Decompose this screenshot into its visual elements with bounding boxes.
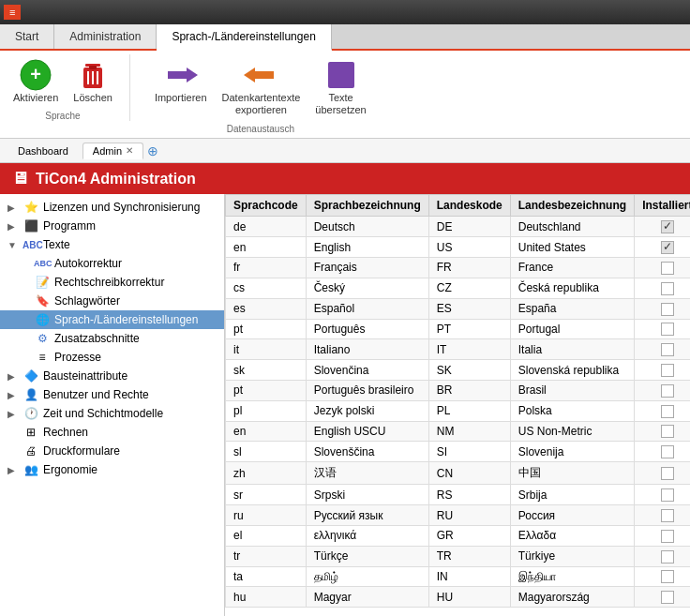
sidebar-item-schlagwoerter[interactable]: 🔖 Schlagwörter [0, 292, 224, 310]
table-row[interactable]: srSrpskiRSSrbija [226, 485, 691, 505]
sidebar-item-sprach[interactable]: 🌐 Sprach-/Ländereinstellungen [0, 310, 224, 329]
admin-close-button[interactable]: ✕ [126, 145, 133, 156]
installiert-checkbox[interactable] [661, 570, 674, 583]
sprach-label: Sprach-/Ländereinstellungen [54, 313, 198, 326]
cell-installiert[interactable] [635, 421, 690, 442]
loeschen-button[interactable]: Löschen [68, 54, 118, 107]
cell-installiert[interactable] [635, 442, 690, 462]
installiert-checkbox[interactable] [661, 488, 674, 502]
cell-installiert[interactable] [635, 462, 690, 485]
installiert-checkbox[interactable] [661, 467, 674, 480]
table-row[interactable]: enEnglishUSUnited States [226, 237, 691, 258]
cell-installiert[interactable] [635, 505, 690, 526]
table-row[interactable]: ruРусский языкRUРоссия [226, 505, 691, 526]
programm-icon: ⬛ [22, 219, 39, 233]
table-row[interactable]: ptPortuguês brasileiroBRBrasil [226, 381, 691, 401]
sidebar-item-rechtschreibkorrektur[interactable]: 📝 Rechtschreibkorrektur [0, 273, 224, 292]
table-row[interactable]: esEspañolESEspaña [226, 298, 691, 319]
aktivieren-button[interactable]: + Aktivieren [8, 54, 64, 107]
sidebar-item-zusatz[interactable]: ⚙ Zusatzabschnitte [0, 329, 224, 348]
table-row[interactable]: frFrançaisFRFrance [226, 258, 691, 278]
cell-landeskode: TR [428, 546, 510, 566]
sidebar-item-lizenzen[interactable]: ▶ ⭐ Lizenzen und Synchronisierung [0, 198, 224, 217]
installiert-checkbox[interactable] [661, 364, 674, 377]
tab-dashboard[interactable]: Dashboard [8, 143, 79, 159]
installiert-checkbox[interactable] [661, 220, 674, 233]
cell-installiert[interactable] [635, 339, 690, 360]
cell-installiert[interactable] [635, 485, 690, 505]
tab-start[interactable]: Start [0, 24, 54, 49]
sidebar-item-druckformulare[interactable]: 🖨 Druckformulare [0, 442, 224, 460]
table-row[interactable]: deDeutschDEDeutschland [226, 217, 691, 237]
cell-landesbezeichnung: Slovenija [510, 442, 634, 462]
installiert-checkbox[interactable] [661, 591, 674, 604]
table-row[interactable]: plJezyk polskiPLPolska [226, 400, 691, 421]
sidebar-item-programm[interactable]: ▶ ⬛ Programm [0, 217, 224, 235]
table-row[interactable]: skSlovenčinaSKSlovenská republika [226, 360, 691, 381]
installiert-checkbox[interactable] [661, 509, 674, 522]
installiert-checkbox[interactable] [661, 303, 674, 316]
installiert-checkbox[interactable] [661, 262, 674, 275]
baustein-icon: 🔷 [22, 369, 39, 383]
lizenzen-icon: ⭐ [22, 201, 39, 214]
cell-installiert[interactable] [635, 525, 690, 546]
cell-installiert[interactable] [635, 217, 690, 237]
table-row[interactable]: zh汉语CN中国 [226, 462, 691, 485]
table-row[interactable]: elελληνικάGRΕλλαδα [226, 525, 691, 546]
cell-installiert[interactable] [635, 546, 690, 566]
exportieren-button[interactable]: Datenkartentexteexportieren [217, 54, 307, 120]
dashboard-label: Dashboard [18, 145, 68, 157]
tab-admin[interactable]: Admin ✕ [82, 143, 143, 159]
importieren-button[interactable]: Importieren [149, 54, 213, 120]
table-row[interactable]: slSlovenščinaSISlovenija [226, 442, 691, 462]
installiert-checkbox[interactable] [661, 282, 674, 295]
cell-installiert[interactable] [635, 587, 690, 608]
installiert-checkbox[interactable] [661, 323, 674, 336]
cell-landesbezeichnung: Portugal [510, 319, 634, 339]
cell-installiert[interactable] [635, 258, 690, 278]
sidebar-item-rechnen[interactable]: ⊞ Rechnen [0, 423, 224, 442]
sidebar-item-bausteinattribute[interactable]: ▶ 🔷 Bausteinattribute [0, 367, 224, 385]
add-tab-button[interactable]: ⊕ [147, 143, 158, 158]
cell-landesbezeichnung: Türkiye [510, 546, 634, 566]
sidebar-item-benutzer[interactable]: ▶ 👤 Benutzer und Rechte [0, 385, 224, 404]
menu-button[interactable]: ≡ [4, 5, 21, 20]
col-installiert: Installiert [635, 195, 690, 217]
cell-installiert[interactable] [635, 360, 690, 381]
installiert-checkbox[interactable] [661, 425, 674, 438]
cell-installiert[interactable] [635, 298, 690, 319]
installiert-checkbox[interactable] [661, 530, 674, 543]
table-row[interactable]: trTürkçeTRTürkiye [226, 546, 691, 566]
table-row[interactable]: ptPortuguêsPTPortugal [226, 319, 691, 339]
tab-sprach[interactable]: Sprach-/Ländereinstellungen [157, 24, 331, 51]
title-bar: ≡ [0, 0, 690, 24]
installiert-checkbox[interactable] [661, 550, 674, 563]
cell-installiert[interactable] [635, 237, 690, 258]
arrow-texte: ▼ [8, 240, 19, 250]
sidebar-item-prozesse[interactable]: ≡ Prozesse [0, 348, 224, 367]
cell-installiert[interactable] [635, 278, 690, 298]
installiert-checkbox[interactable] [661, 384, 674, 398]
table-row[interactable]: csČeskýCZČeská republika [226, 278, 691, 298]
sidebar-item-autokorrektur[interactable]: ABC Autokorrektur [0, 254, 224, 273]
installiert-checkbox[interactable] [661, 241, 674, 254]
uebersetzen-button[interactable]: Texteübersetzen [309, 54, 371, 120]
sidebar-item-zeit[interactable]: ▶ 🕐 Zeit und Schichtmodelle [0, 404, 224, 423]
installiert-checkbox[interactable] [661, 343, 674, 356]
tab-administration[interactable]: Administration [54, 24, 157, 49]
sidebar-item-texte[interactable]: ▼ ABC Texte [0, 235, 224, 254]
table-row[interactable]: taதமிழ்INஇந்தியா [226, 566, 691, 587]
table-row[interactable]: huMagyarHUMagyarország [226, 587, 691, 608]
installiert-checkbox[interactable] [661, 405, 674, 418]
cell-installiert[interactable] [635, 319, 690, 339]
table-row[interactable]: enEnglish USCUNMUS Non-Metric [226, 421, 691, 442]
table-row[interactable]: itItalianoITItalia [226, 339, 691, 360]
cell-landeskode: CZ [428, 278, 510, 298]
cell-installiert[interactable] [635, 381, 690, 401]
installiert-checkbox[interactable] [661, 445, 674, 458]
cell-landeskode: IT [428, 339, 510, 360]
cell-installiert[interactable] [635, 566, 690, 587]
cell-landeskode: BR [428, 381, 510, 401]
sidebar-item-ergonomie[interactable]: ▶ 👥 Ergonomie [0, 460, 224, 479]
cell-installiert[interactable] [635, 400, 690, 421]
